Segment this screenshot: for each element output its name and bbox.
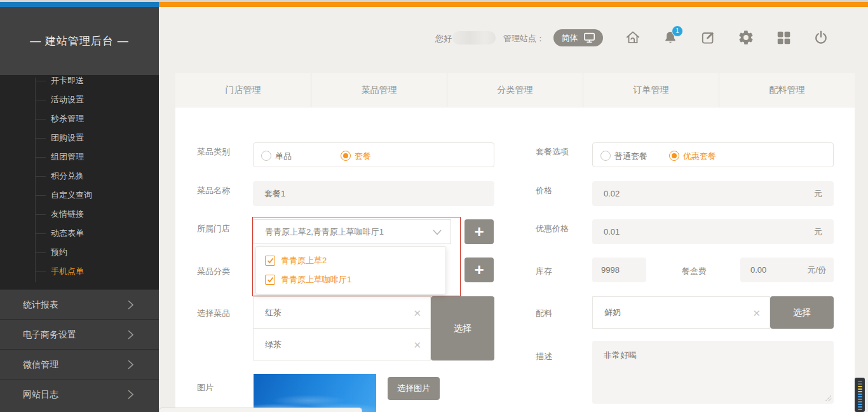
dish-image-thumbnail: [254, 374, 376, 412]
sidebar-group-wechat[interactable]: 微信管理: [0, 349, 159, 379]
content-card: 门店管理 菜品管理 分类管理 订单管理 配料管理 菜品类别 单品 套餐 套餐选项…: [175, 73, 855, 412]
discount-price-input[interactable]: 0.01 元: [592, 219, 834, 244]
category-label: 菜品分类: [197, 266, 230, 277]
sidebar-item[interactable]: 动态表单: [0, 224, 159, 243]
combo-option-radio-group: 普通套餐 优惠套餐: [592, 142, 834, 167]
radio-combo-dish-label[interactable]: 套餐: [355, 151, 371, 162]
dish-type-radio-group: 单品 套餐: [253, 142, 494, 167]
scroll-marker-dash: [858, 394, 862, 395]
checkbox-checked-icon[interactable]: [265, 275, 275, 285]
store-label: 所属门店: [197, 223, 230, 235]
sidebar-item[interactable]: 积分兑换: [0, 167, 159, 186]
notification-badge: 1: [672, 25, 683, 37]
monitor-icon: [583, 32, 595, 43]
topbar-blue-segment: [0, 2, 159, 7]
choose-image-button[interactable]: 选择图片: [388, 377, 440, 400]
sidebar-item[interactable]: 团购设置: [0, 128, 159, 148]
sidebar-groups: 统计报表 电子商务设置 微信管理 网站日志: [0, 289, 159, 412]
scroll-marker-dash: [858, 386, 862, 387]
price-label: 价格: [536, 185, 552, 196]
dish-type-label: 菜品类别: [197, 146, 230, 158]
price-input[interactable]: 0.02 元: [592, 181, 834, 206]
remove-dish-icon[interactable]: ✕: [413, 329, 421, 360]
chevron-right-icon: [128, 300, 133, 310]
remove-dish-icon[interactable]: ✕: [413, 297, 421, 328]
tab-category-management[interactable]: 分类管理: [447, 73, 583, 107]
store-dropdown-option[interactable]: 青青原上草咖啡厅1: [265, 270, 351, 289]
scroll-marker-dash: [858, 383, 862, 385]
ingredient-label: 配料: [536, 308, 552, 319]
gear-icon[interactable]: [738, 29, 754, 46]
chevron-down-icon: [433, 230, 442, 235]
tab-store-management[interactable]: 门店管理: [175, 73, 311, 107]
tab-order-management[interactable]: 订单管理: [583, 73, 719, 107]
sidebar-item[interactable]: 组团管理: [0, 148, 159, 167]
radio-discount-combo[interactable]: [669, 151, 679, 161]
radio-discount-combo-label[interactable]: 优惠套餐: [683, 151, 716, 162]
sidebar-item[interactable]: 预约: [0, 243, 159, 262]
horizontal-scrollbar-thumb[interactable]: [159, 408, 362, 412]
sidebar-group-site-log[interactable]: 网站日志: [0, 379, 159, 409]
sidebar-item[interactable]: 友情链接: [0, 205, 159, 224]
greeting-text: 您好: [435, 33, 452, 45]
dish-name-label: 菜品名称: [197, 185, 230, 196]
sidebar-item[interactable]: 活动设置: [0, 90, 159, 109]
selected-dish-row: 绿茶 ✕: [253, 328, 431, 360]
description-label: 描述: [536, 351, 552, 362]
sidebar-item[interactable]: 自定义查询: [0, 186, 159, 205]
combo-option-label: 套餐选项: [536, 146, 569, 158]
apps-grid-icon[interactable]: [775, 29, 792, 46]
sidebar-group-stats[interactable]: 统计报表: [0, 289, 159, 319]
box-fee-label: 餐盒费: [682, 266, 707, 277]
scroll-marker-dash: [858, 381, 862, 382]
home-icon[interactable]: [625, 29, 641, 46]
sidebar-item[interactable]: 开卡即送: [0, 71, 159, 90]
scroll-marker-dash: [858, 409, 862, 410]
topbar-orange-segment: [159, 2, 868, 7]
remove-ingredient-icon[interactable]: ✕: [752, 297, 761, 328]
scroll-marker-dash: [858, 404, 862, 405]
app-title-text: — 建站管理后台 —: [30, 34, 128, 48]
box-fee-unit: 元/份: [807, 258, 826, 282]
discount-price-unit: 元: [814, 219, 822, 244]
checkbox-checked-icon[interactable]: [265, 256, 275, 266]
select-dish-label: 选择菜品: [197, 308, 230, 319]
edit-icon[interactable]: [700, 29, 717, 46]
store-dropdown-option[interactable]: 青青原上草2: [265, 251, 327, 270]
image-label: 图片: [197, 382, 214, 394]
radio-single-dish-label[interactable]: 单品: [275, 151, 292, 162]
scroll-marker-dash: [858, 396, 862, 397]
store-select[interactable]: 青青原上草2,青青原上草咖啡厅1: [253, 219, 451, 244]
sidebar-group-ecommerce[interactable]: 电子商务设置: [0, 319, 159, 349]
site-label: 管理站点：: [503, 33, 545, 45]
scroll-marker-dash: [858, 406, 862, 408]
tab-ingredient-management[interactable]: 配料管理: [719, 73, 855, 107]
chevron-right-icon: [128, 360, 133, 369]
scroll-marker-indicator[interactable]: [855, 378, 865, 412]
selected-dish-row: 红茶 ✕: [253, 296, 431, 329]
ingredient-input[interactable]: 鲜奶 ✕: [592, 296, 770, 329]
sidebar-item-active[interactable]: 手机点单: [0, 262, 159, 281]
box-fee-input[interactable]: 0.00 元/份: [740, 258, 834, 282]
stock-input[interactable]: 9998: [592, 258, 646, 282]
sidebar-item[interactable]: 秒杀管理: [0, 109, 159, 128]
radio-combo-dish[interactable]: [341, 151, 351, 161]
language-switch-button[interactable]: 简体: [553, 29, 603, 46]
app-title: — 建站管理后台 —: [0, 7, 159, 75]
radio-single-dish[interactable]: [261, 151, 271, 161]
price-unit: 元: [814, 181, 822, 206]
power-icon[interactable]: [813, 29, 829, 46]
select-dishes-button[interactable]: 选择: [431, 296, 494, 360]
select-ingredient-button[interactable]: 选择: [770, 296, 834, 329]
dish-name-input[interactable]: 套餐1: [253, 181, 494, 206]
tab-dish-management[interactable]: 菜品管理: [311, 73, 447, 107]
add-category-button[interactable]: +: [465, 258, 494, 282]
add-store-button[interactable]: +: [465, 219, 494, 244]
username-redacted: [452, 31, 496, 45]
resize-handle-icon[interactable]: [824, 394, 832, 402]
scroll-marker-dash: [858, 401, 862, 402]
description-textarea[interactable]: 非常好喝: [592, 341, 834, 404]
radio-normal-combo-label[interactable]: 普通套餐: [614, 151, 648, 162]
radio-normal-combo[interactable]: [600, 151, 611, 161]
scroll-marker-dash: [858, 391, 862, 392]
